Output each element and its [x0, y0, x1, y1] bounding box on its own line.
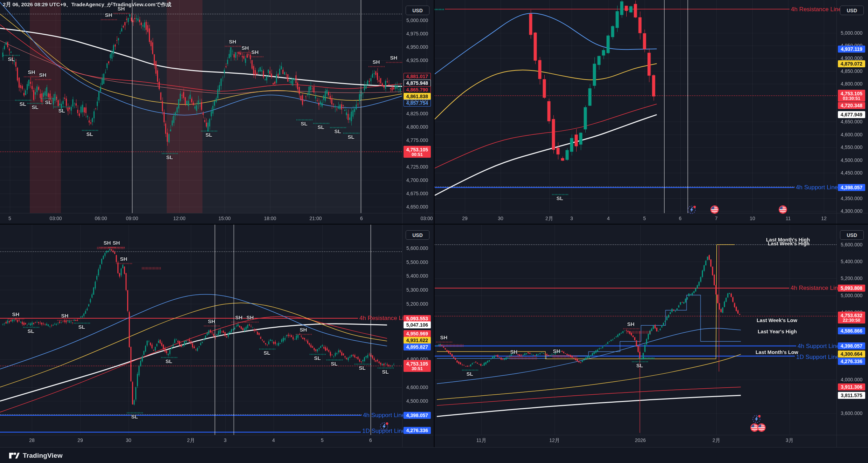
- price-badge: 4,931.622: [404, 337, 431, 344]
- time-tick: 12月: [549, 437, 560, 444]
- swing-label-sh: SH: [105, 12, 112, 18]
- time-tick: 30: [126, 437, 131, 443]
- time-tick: 03:00: [49, 216, 62, 221]
- tradingview-logo[interactable]: TradingView: [9, 451, 63, 460]
- price-tick: 4,650.000: [841, 119, 862, 124]
- price-badge: 4,753.10500:51: [404, 146, 431, 158]
- level-label: Last Month's Low: [756, 349, 798, 355]
- time-tick: 11月: [476, 437, 487, 444]
- swing-label-sl: SL: [165, 358, 172, 364]
- time-tick: 18:00: [264, 216, 276, 221]
- level-label[interactable]: 4h Support Line -: [796, 184, 841, 191]
- pane-bottom-right-text-layer: USD5,600.0005,400.0005,200.0005,000.0004…: [435, 225, 868, 447]
- price-tick: 4,300.000: [841, 208, 862, 214]
- price-badge: 4,753.10530:51: [404, 360, 431, 372]
- price-badge: 4,865.790: [404, 86, 431, 93]
- price-tick: 4,500.000: [406, 398, 428, 404]
- price-tick: 4,600.000: [406, 384, 428, 390]
- price-badge: 4,875.948: [404, 80, 431, 87]
- price-tick: 4,675.000: [406, 191, 428, 196]
- time-tick: 30: [498, 216, 503, 221]
- price-badge: 4,276.336: [404, 427, 431, 434]
- price-tick: 4,350.000: [841, 196, 862, 201]
- axis-border: [435, 435, 868, 435]
- swing-label-sl: SL: [314, 355, 321, 361]
- swing-label-sl: SL: [45, 99, 51, 105]
- time-tick: 06:00: [95, 216, 107, 221]
- time-tick: 10: [750, 216, 755, 221]
- level-label[interactable]: 1D Support Line -: [796, 354, 843, 361]
- swing-label-sh: SH: [390, 55, 398, 61]
- swing-label-sh: SH: [208, 318, 215, 324]
- price-tick: 5,000.000: [841, 30, 862, 36]
- price-badge: 4,879.072: [838, 60, 865, 67]
- level-label[interactable]: 4h Support Line -: [798, 343, 843, 350]
- pane-top-right-text-layer: USD5,000.0004,950.0004,900.0004,850.0004…: [435, 0, 868, 224]
- economic-event-flag-icon[interactable]: [779, 205, 787, 216]
- pane-separator-vertical[interactable]: [434, 0, 435, 463]
- time-tick: 28: [29, 437, 35, 443]
- swing-label-sl: SL: [19, 101, 26, 107]
- time-tick: 5: [321, 437, 324, 443]
- currency-button[interactable]: USD: [840, 6, 864, 15]
- swing-label-sl: SL: [58, 108, 65, 114]
- price-badge: 3,911.306: [838, 383, 865, 390]
- time-tick: 2月: [545, 216, 553, 222]
- swing-label-sl: SL: [8, 56, 14, 62]
- currency-button[interactable]: USD: [840, 230, 864, 240]
- currency-button[interactable]: USD: [406, 6, 429, 15]
- price-badge: 4,586.866: [838, 327, 865, 334]
- axis-border: [435, 213, 868, 213]
- price-tick: 5,200.000: [406, 301, 428, 307]
- price-tick: 4,975.000: [406, 31, 428, 36]
- swing-label-sl: SL: [466, 371, 473, 377]
- swing-label-sl: SL: [359, 365, 365, 371]
- swing-label-sh: SH: [12, 311, 20, 317]
- time-tick: 4: [607, 216, 610, 221]
- price-tick: 4,500.000: [841, 157, 862, 163]
- swing-label-sh: SH: [440, 334, 448, 340]
- price-tick: 4,450.000: [841, 170, 862, 176]
- price-tick: 4,925.000: [406, 57, 428, 63]
- time-tick: 12: [821, 216, 827, 221]
- time-tick: 09:00: [126, 216, 138, 221]
- swing-label-sl: SL: [301, 121, 307, 127]
- level-label: Last Year's High: [758, 329, 797, 334]
- swing-label-sl: SL: [32, 104, 38, 110]
- time-tick: 6: [679, 216, 682, 221]
- currency-button[interactable]: USD: [406, 230, 429, 240]
- time-tick: 29: [462, 216, 468, 221]
- time-tick: 6: [360, 216, 363, 221]
- price-badge: 5,093.553: [404, 315, 431, 322]
- price-badge: 4,398.057: [838, 342, 865, 349]
- swing-label-sl: SL: [317, 124, 324, 130]
- price-badge: 4,398.057: [838, 184, 865, 191]
- time-tick: 11: [786, 216, 791, 221]
- swing-label-sh: SH: [104, 240, 111, 246]
- alert-lightning-icon[interactable]: [687, 205, 697, 216]
- level-label[interactable]: 4h Support Line -: [363, 412, 408, 419]
- time-tick: 3: [570, 216, 573, 221]
- price-tick: 4,800.000: [406, 124, 428, 130]
- pane-separator-horizontal[interactable]: [0, 224, 868, 225]
- price-tick: 5,400.000: [841, 259, 862, 264]
- alert-lightning-icon[interactable]: [380, 422, 389, 433]
- time-tick: 21:00: [309, 216, 322, 221]
- price-badge: 5,047.106: [404, 321, 431, 328]
- tradingview-multichart: 2月 06, 2026 08:29 UTC+9、TradeAgency_がTra…: [0, 0, 868, 463]
- time-tick: 03:00: [420, 216, 433, 221]
- price-badge: 4,861.838: [404, 93, 431, 100]
- economic-event-flag-icon[interactable]: [757, 423, 766, 434]
- swing-label-sl: SL: [263, 350, 270, 356]
- swing-label-sh: SH: [229, 39, 236, 45]
- level-label[interactable]: 4h Resistance Line -: [791, 6, 845, 13]
- tradingview-logo-icon: [9, 451, 20, 460]
- time-tick: 2月: [712, 437, 720, 444]
- swing-label-sh: SH: [553, 348, 560, 354]
- economic-event-flag-icon[interactable]: [710, 205, 719, 216]
- swing-label-sl: SL: [131, 414, 138, 420]
- time-tick: 7: [715, 216, 718, 221]
- price-tick: 4,700.000: [406, 177, 428, 183]
- level-label[interactable]: 4h Resistance Line -: [791, 285, 845, 292]
- price-tick: 3,600.000: [841, 410, 862, 416]
